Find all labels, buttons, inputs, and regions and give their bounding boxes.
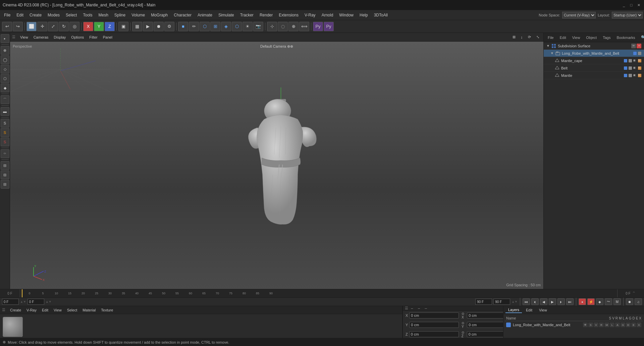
lt-edge[interactable]: ⬡ [1,74,9,83]
layer-icon-d[interactable]: D [626,323,631,327]
light-button[interactable]: ☀ [243,22,253,31]
snap2-button[interactable]: ⊕ [288,22,299,31]
snap-button[interactable]: ◌ [278,22,288,31]
layers-tab[interactable]: Layers [505,307,522,313]
menu-select[interactable]: Select [63,11,79,19]
lt-layers2[interactable]: ⊟ [1,170,9,179]
om-file-tab[interactable]: File [546,35,556,40]
om-object-tab[interactable]: Object [584,35,599,40]
layer-item-1[interactable]: Long_Robe_with_Mantle_and_Belt 👁 S V R M… [505,321,643,329]
record-btn[interactable]: ● [579,298,586,305]
menu-3dtoall[interactable]: 3DToAll [371,11,390,19]
sound-btn[interactable]: ♫ [635,298,642,305]
om-search-icon[interactable]: 🔍 [641,35,644,40]
close-button[interactable]: ✕ [636,2,641,8]
vp-icon4[interactable]: ⤡ [534,34,541,40]
lt-paint[interactable]: S [1,119,9,128]
pencil-button[interactable]: ✏ [189,22,199,31]
layer-icon-e[interactable]: E [631,323,636,327]
hier-longrobe[interactable]: ▼ Long_Robe_with_Mantle_and_Belt [544,50,644,57]
layer-icon-x[interactable]: X [637,323,641,327]
mat-select[interactable]: Select [65,307,79,313]
lt-point[interactable]: ◆ [1,84,9,92]
layer-icon-l[interactable]: L [610,323,614,327]
env-button[interactable]: ⬡ [232,22,242,31]
tool5-button[interactable]: ◎ [69,22,79,31]
menu-render[interactable]: Render [257,11,275,19]
viewport[interactable]: ☰ View Cameras Display Options Filter Pa… [10,33,543,289]
hier-belt[interactable]: Belt ▦ ⚙ [544,64,644,72]
menu-simulate[interactable]: Simulate [216,11,237,19]
mat-view[interactable]: View [52,307,64,313]
settings-button[interactable]: ⚙ [164,22,174,31]
menu-help[interactable]: Help [357,11,371,19]
move-button[interactable]: ✛ [37,22,47,31]
vp-cameras[interactable]: Cameras [32,35,51,40]
hier-mantle-cape[interactable]: Mantle_cape ▦ ⚙ [544,57,644,64]
record-auto-btn[interactable]: ⚡ [587,298,595,305]
layers-view-tab[interactable]: View [536,307,550,313]
y-pos-input[interactable] [409,322,459,328]
layer-icon-a[interactable]: A [615,323,620,327]
vp-panel[interactable]: Panel [101,35,114,40]
keyframe-btn[interactable]: ◆ [596,298,603,305]
play-reverse-btn[interactable]: ◀ [540,298,547,305]
layer-icon-v[interactable]: V [594,323,598,327]
scale-button[interactable]: ⤢ [48,22,58,31]
cube-button[interactable]: ■ [178,22,188,31]
menu-window[interactable]: Window [336,11,356,19]
mat-vray[interactable]: V-Ray [24,307,39,313]
frame-total-stepper[interactable]: ▲▼ [512,300,518,303]
z-axis-button[interactable]: Z [105,22,115,31]
vp-icon2[interactable]: ↕ [519,35,525,40]
menu-edit[interactable]: Edit [14,11,26,19]
frame-stepper[interactable]: ⌃ [632,291,636,296]
cam-button[interactable]: 📷 [253,22,263,31]
menu-mograph[interactable]: MoGraph [148,11,170,19]
mat-texture[interactable]: Texture [99,307,115,313]
om-edit-tab[interactable]: Edit [558,35,568,40]
z-pos-input[interactable] [409,331,459,337]
next-frame-btn[interactable]: ⏵ [557,298,565,305]
frame-total-input[interactable] [493,299,510,305]
frame-out-input1[interactable] [28,299,44,305]
array-button[interactable]: ⊞ [210,22,220,31]
object-mode[interactable]: ▣ [118,22,128,31]
lt-layers[interactable]: ⊟ [1,161,9,170]
record-button[interactable]: ⏺ [154,22,164,31]
minimize-button[interactable]: _ [621,2,627,8]
viewport-canvas[interactable]: Perspective Default Camera ⊕⊕ Grid Spaci… [10,42,543,289]
nodespace-select[interactable]: Current (V-Ray) [562,12,596,18]
anim-btn[interactable]: ⏺ [626,298,633,305]
menu-file[interactable]: File [1,11,13,19]
select-all[interactable]: ⊹ [267,22,277,31]
render-view[interactable]: ▦ [132,22,142,31]
redo-button[interactable]: ↪ [13,22,23,31]
layer-icon-s[interactable]: S [588,323,593,327]
om-bookmarks-tab[interactable]: Bookmarks [614,35,637,40]
menu-mesh[interactable]: Mesh [96,11,111,19]
menu-character[interactable]: Character [171,11,194,19]
mat-material[interactable]: Material [80,307,98,313]
lt-paint3[interactable]: S [1,138,9,146]
layer-icon-eye[interactable]: 👁 [583,323,588,327]
vp-view[interactable]: View [18,35,30,40]
menu-animate[interactable]: Animate [195,11,215,19]
mat-create[interactable]: Create [8,307,23,313]
box-select-button[interactable]: ⬜ [26,22,37,31]
y-axis-button[interactable]: Y [94,22,104,31]
layer-icon-m[interactable]: M [604,323,609,327]
lt-paint2[interactable]: S [1,128,9,137]
hier-mantle[interactable]: Mantle ▦ ⚙ [544,72,644,79]
menu-modes[interactable]: Modes [45,11,62,19]
om-tags-tab[interactable]: Tags [601,35,612,40]
menu-vray[interactable]: V-Ray [302,11,318,19]
lt-sculpt[interactable]: ⌔ [1,149,9,158]
lt-move[interactable]: ⊕ [1,46,9,55]
menu-arnold[interactable]: Arnold [319,11,336,19]
mograph-btn[interactable]: M [613,298,621,305]
x-axis-button[interactable]: X [83,22,93,31]
timeline-ruler[interactable]: 0 F 0 5 10 15 20 25 30 35 40 45 50 55 [0,289,644,298]
play-btn[interactable]: ▶ [549,298,556,305]
object-button[interactable]: ⬡ [200,22,210,31]
